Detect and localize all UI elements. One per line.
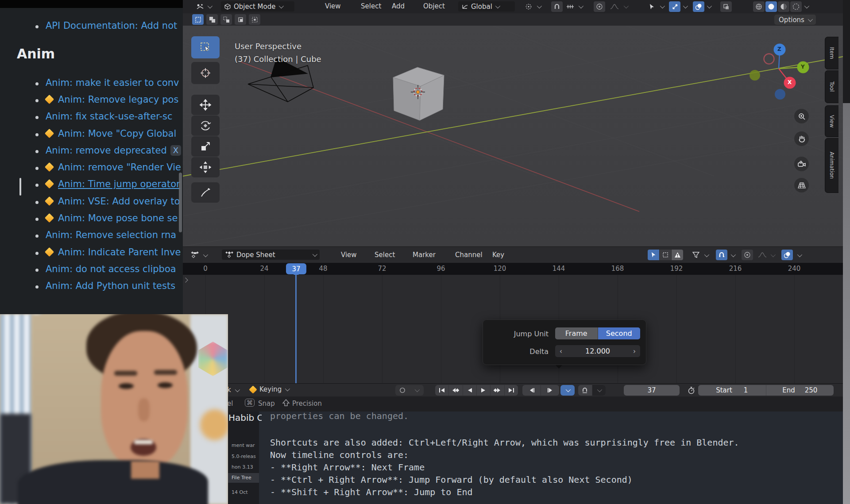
terminal-panel[interactable]: properties can be changed. Shortcuts are… xyxy=(259,412,843,504)
end-frame-field[interactable]: End 250 xyxy=(766,385,834,396)
gizmo-z-label[interactable]: Z xyxy=(777,46,781,52)
menu-view[interactable]: View xyxy=(325,2,341,10)
autokey-options-button[interactable] xyxy=(410,385,423,396)
viewport-camera-button[interactable] xyxy=(794,157,809,171)
tool-transform[interactable] xyxy=(191,157,220,177)
proportional-editing-button[interactable] xyxy=(594,1,605,12)
falloff-button[interactable] xyxy=(757,250,768,260)
select-mode-invert-button[interactable] xyxy=(235,14,246,25)
show-overlays-toggle[interactable] xyxy=(693,1,704,12)
jump-settings-dropdown[interactable] xyxy=(560,385,575,396)
jump-unit-frame-option[interactable]: Frame xyxy=(555,327,598,339)
sidebar-item[interactable]: ment war xyxy=(232,442,255,448)
only-selected-filter-button[interactable] xyxy=(648,250,659,260)
changelog-item[interactable]: Anim: Remove legacy pos xyxy=(0,95,183,108)
changelog-item[interactable]: Anim: do not access clipboa xyxy=(0,265,183,278)
snap-with-button[interactable] xyxy=(564,1,576,12)
menu-add[interactable]: Add xyxy=(392,2,405,10)
menu-marker[interactable]: Marker xyxy=(413,251,436,259)
tool-rotate[interactable] xyxy=(191,115,220,136)
sidebar-item[interactable]: 14 Oct xyxy=(232,489,248,495)
selectability-filter-button[interactable] xyxy=(646,1,657,12)
changelog-top-item[interactable]: API Documentation: Add not xyxy=(0,21,183,35)
editor-type-button[interactable] xyxy=(194,1,206,12)
jump-forward-button[interactable] xyxy=(541,385,559,396)
show-gizmo-toggle[interactable] xyxy=(669,1,680,12)
scrollbar-thumb[interactable] xyxy=(179,173,182,232)
tool-move[interactable] xyxy=(191,95,220,115)
autokey-record-button[interactable] xyxy=(395,385,410,396)
jump-to-end-button[interactable] xyxy=(505,385,518,396)
tab-tool[interactable]: Tool xyxy=(825,70,838,103)
play-button[interactable] xyxy=(477,385,491,396)
snap-playhead-options[interactable] xyxy=(592,385,606,396)
tool-annotate[interactable] xyxy=(191,182,220,203)
next-keyframe-button[interactable] xyxy=(491,385,504,396)
shading-material-button[interactable] xyxy=(778,1,789,12)
show-errors-button[interactable] xyxy=(672,250,683,260)
tool-scale[interactable] xyxy=(191,136,220,157)
viewport-zoom-button[interactable] xyxy=(794,109,809,123)
select-mode-new-button[interactable] xyxy=(192,14,204,25)
changelog-item[interactable]: Anim: Indicate Parent Inve xyxy=(0,248,183,261)
proportional-editing-button[interactable] xyxy=(742,250,753,260)
preview-range-button[interactable] xyxy=(685,385,697,396)
autokey-group[interactable] xyxy=(395,385,424,396)
menu-object[interactable]: Object xyxy=(423,2,445,10)
frame-range-field[interactable]: Start 1 End 250 xyxy=(698,385,834,396)
prev-keyframe-button[interactable] xyxy=(449,385,463,396)
changelog-item[interactable]: Anim: Move "Copy Global xyxy=(0,129,183,142)
play-reverse-button[interactable] xyxy=(463,385,477,396)
options-button[interactable]: Options xyxy=(774,15,816,25)
viewport-3d[interactable]: Z Y X User Perspective (37) Collection |… xyxy=(183,26,843,246)
shading-rendered-button[interactable] xyxy=(790,1,802,12)
jump-to-start-button[interactable] xyxy=(435,385,449,396)
viewport-ortho-grid-button[interactable] xyxy=(794,178,809,192)
viewport-pan-button[interactable] xyxy=(794,131,809,146)
gizmo-x-label[interactable]: X xyxy=(788,79,792,85)
sidebar-item[interactable]: 5.0-releas xyxy=(232,454,256,459)
changelog-item[interactable]: Anim: Remove selection rna xyxy=(0,231,183,244)
menu-select[interactable]: Select xyxy=(375,251,395,259)
current-frame-field[interactable]: 37 xyxy=(624,385,680,396)
tool-select-box[interactable] xyxy=(191,36,220,58)
menu-channel[interactable]: Channel xyxy=(455,251,483,259)
transform-orientation[interactable]: Global xyxy=(458,1,515,12)
delta-decrease-button[interactable]: ‹ xyxy=(555,347,567,355)
current-frame-badge[interactable]: 37 xyxy=(286,263,306,274)
changelog-item[interactable]: Anim: make it easier to conv xyxy=(0,78,183,92)
pivot-point-button[interactable] xyxy=(523,1,534,12)
jump-back-button[interactable] xyxy=(522,385,541,396)
select-mode-subtract-button[interactable] xyxy=(220,14,232,25)
changelog-item[interactable]: Anim: Add Python unit tests xyxy=(0,281,183,295)
changelog-item[interactable]: Anim: remove "Render Vie xyxy=(0,163,183,176)
menu-select[interactable]: Select xyxy=(361,2,381,10)
filter-button[interactable] xyxy=(690,250,702,260)
tab-item[interactable]: Item xyxy=(825,37,838,69)
keying-popover[interactable]: Keying xyxy=(250,385,289,393)
xray-toggle[interactable] xyxy=(720,1,732,12)
sidebar-item[interactable]: hon 3.13 xyxy=(232,464,253,470)
snap-toggle[interactable] xyxy=(551,1,563,12)
falloff-button[interactable] xyxy=(609,1,620,12)
snap-toggle[interactable] xyxy=(716,250,727,260)
changelog-item-time-jump[interactable]: Anim: Time jump operator xyxy=(0,180,183,193)
mode-selector[interactable]: Object Mode xyxy=(221,1,294,12)
menu-view[interactable]: View xyxy=(341,251,357,259)
tab-animation[interactable]: Animation xyxy=(825,138,838,193)
tool-cursor[interactable] xyxy=(191,62,220,84)
selected-keys-filter-button[interactable] xyxy=(660,250,671,260)
timeline-ruler[interactable]: 0 24 48 72 96 120 144 168 192 216 240 37 xyxy=(183,263,843,275)
tab-view[interactable]: View xyxy=(825,105,838,137)
delta-stepper[interactable]: ‹ 12.000 › xyxy=(555,345,640,357)
playhead-line[interactable] xyxy=(295,275,297,383)
shading-wireframe-button[interactable] xyxy=(753,1,765,12)
dopesheet-mode-selector[interactable]: Dope Sheet xyxy=(222,250,320,260)
changelog-item[interactable]: Anim: Move pose bone se xyxy=(0,214,183,227)
changelog-link[interactable]: API Documentation: Add not xyxy=(46,20,177,31)
changelog-item[interactable]: Anim: fix stack-use-after-sc xyxy=(0,112,183,125)
menu-key[interactable]: Key xyxy=(492,251,504,259)
editor-type-button[interactable] xyxy=(189,250,201,260)
sidebar-item-highlight[interactable]: File Tree xyxy=(228,473,259,483)
snap-playhead-toggle[interactable] xyxy=(578,385,592,396)
